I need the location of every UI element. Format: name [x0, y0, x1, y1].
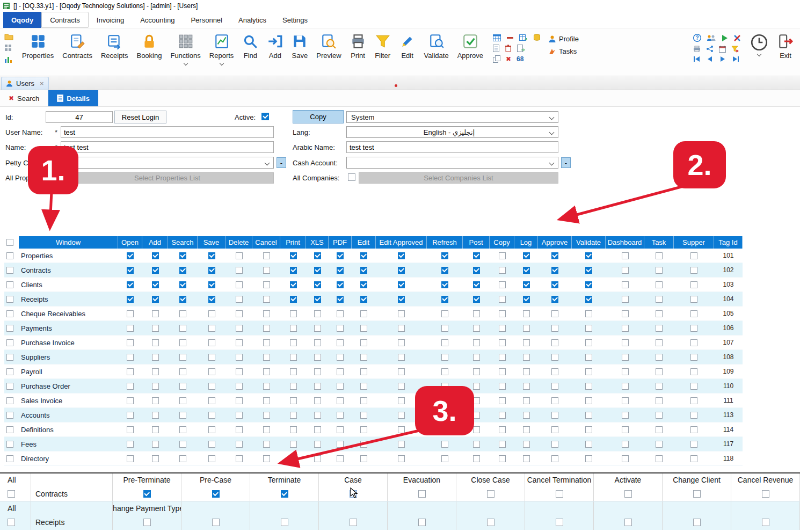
perm-checkbox[interactable] [290, 267, 297, 274]
perm-checkbox[interactable] [690, 296, 697, 303]
perm-checkbox[interactable] [499, 455, 506, 462]
column-header[interactable]: Print [280, 236, 306, 249]
perm-checkbox[interactable] [523, 383, 530, 390]
perm-checkbox[interactable] [127, 310, 134, 317]
perm-checkbox[interactable] [656, 296, 663, 303]
perm-checkbox[interactable] [337, 281, 344, 288]
perm-checkbox[interactable] [690, 426, 697, 433]
perm-checkbox[interactable] [656, 339, 663, 346]
perm-checkbox[interactable] [337, 267, 344, 274]
perm-checkbox[interactable] [523, 426, 530, 433]
booking-button[interactable]: Booking [132, 30, 166, 60]
perm-checkbox[interactable] [152, 412, 159, 419]
column-header[interactable]: Approve [538, 236, 572, 249]
perm-checkbox[interactable] [585, 267, 592, 274]
perm-checkbox[interactable] [314, 281, 321, 288]
perm-checkbox[interactable] [127, 397, 134, 404]
column-header[interactable]: Copy [490, 236, 514, 249]
perm-checkbox[interactable] [360, 339, 367, 346]
perm-checkbox[interactable] [398, 455, 405, 462]
document-export-icon[interactable] [517, 45, 525, 52]
action-checkbox[interactable] [418, 519, 426, 526]
cash-minus-button[interactable]: - [561, 157, 571, 168]
row-select-checkbox[interactable] [6, 310, 13, 317]
perm-checkbox[interactable] [263, 397, 270, 404]
perm-checkbox[interactable] [398, 412, 405, 419]
perm-checkbox[interactable] [337, 325, 344, 332]
perm-checkbox[interactable] [551, 310, 558, 317]
perm-checkbox[interactable] [656, 412, 663, 419]
perm-checkbox[interactable] [690, 368, 697, 375]
arabic-name-input[interactable] [346, 141, 558, 153]
perm-checkbox[interactable] [656, 310, 663, 317]
perm-checkbox[interactable] [263, 339, 270, 346]
perm-checkbox[interactable] [127, 281, 134, 288]
minus-icon[interactable] [506, 34, 514, 41]
perm-checkbox[interactable] [152, 325, 159, 332]
folder-icon[interactable] [4, 33, 13, 40]
menu-contracts[interactable]: Contracts [41, 12, 89, 28]
row-select-checkbox[interactable] [6, 252, 13, 259]
perm-checkbox[interactable] [179, 339, 186, 346]
perm-checkbox[interactable] [523, 339, 530, 346]
perm-checkbox[interactable] [690, 339, 697, 346]
perm-checkbox[interactable] [656, 325, 663, 332]
perm-checkbox[interactable] [263, 325, 270, 332]
tab-details[interactable]: Details [48, 90, 98, 106]
perm-checkbox[interactable] [441, 296, 448, 303]
perm-checkbox[interactable] [551, 325, 558, 332]
perm-checkbox[interactable] [622, 325, 629, 332]
perm-checkbox[interactable] [263, 310, 270, 317]
perm-checkbox[interactable] [290, 455, 297, 462]
perm-checkbox[interactable] [499, 310, 506, 317]
perm-checkbox[interactable] [290, 281, 297, 288]
perm-checkbox[interactable] [179, 296, 186, 303]
perm-checkbox[interactable] [473, 441, 480, 448]
perm-checkbox[interactable] [263, 296, 270, 303]
perm-checkbox[interactable] [236, 441, 243, 448]
perm-checkbox[interactable] [441, 339, 448, 346]
perm-checkbox[interactable] [208, 412, 215, 419]
id-input[interactable] [46, 111, 113, 123]
user-name-input[interactable] [61, 126, 274, 138]
perm-checkbox[interactable] [656, 281, 663, 288]
perm-checkbox[interactable] [208, 426, 215, 433]
perm-checkbox[interactable] [551, 354, 558, 361]
perm-checkbox[interactable] [263, 267, 270, 274]
table-icon[interactable] [493, 34, 501, 41]
perm-checkbox[interactable] [585, 252, 592, 259]
perm-checkbox[interactable] [208, 455, 215, 462]
perm-checkbox[interactable] [499, 267, 506, 274]
perm-checkbox[interactable] [441, 412, 448, 419]
perm-checkbox[interactable] [690, 310, 697, 317]
save-button[interactable]: Save [287, 30, 312, 60]
perm-checkbox[interactable] [499, 252, 506, 259]
action-checkbox[interactable] [281, 519, 288, 526]
perm-checkbox[interactable] [314, 412, 321, 419]
perm-checkbox[interactable] [523, 397, 530, 404]
row-select-checkbox[interactable] [6, 397, 13, 404]
name-input[interactable] [61, 141, 274, 153]
perm-checkbox[interactable] [290, 354, 297, 361]
approve-button[interactable]: Approve [453, 30, 488, 60]
filter-button[interactable]: Filter [370, 30, 395, 60]
perm-checkbox[interactable] [337, 296, 344, 303]
perm-checkbox[interactable] [208, 252, 215, 259]
receipts-button[interactable]: Receipts [97, 30, 133, 60]
column-header[interactable]: Window [19, 236, 118, 249]
perm-checkbox[interactable] [290, 412, 297, 419]
perm-checkbox[interactable] [263, 412, 270, 419]
perm-checkbox[interactable] [127, 252, 134, 259]
perm-checkbox[interactable] [290, 368, 297, 375]
perm-checkbox[interactable] [441, 267, 448, 274]
action-checkbox[interactable] [143, 519, 151, 526]
perm-checkbox[interactable] [398, 310, 405, 317]
calendar-icon[interactable] [719, 46, 726, 53]
perm-checkbox[interactable] [314, 397, 321, 404]
perm-checkbox[interactable] [585, 383, 592, 390]
perm-checkbox[interactable] [523, 354, 530, 361]
print-mini-icon[interactable] [693, 46, 701, 52]
perm-checkbox[interactable] [622, 412, 629, 419]
perm-checkbox[interactable] [236, 426, 243, 433]
perm-checkbox[interactable] [473, 310, 480, 317]
